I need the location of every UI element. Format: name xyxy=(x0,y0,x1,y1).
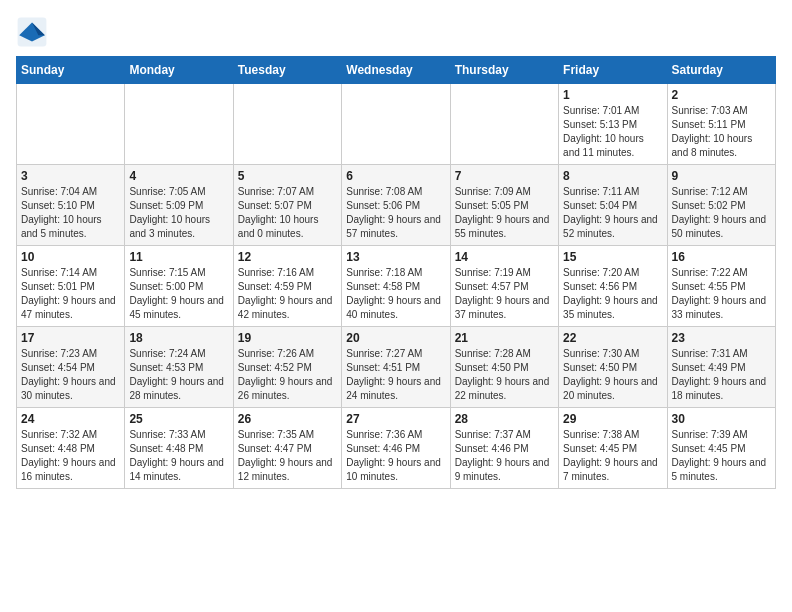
day-number: 2 xyxy=(672,88,771,102)
week-row-1: 1Sunrise: 7:01 AM Sunset: 5:13 PM Daylig… xyxy=(17,84,776,165)
day-info: Sunrise: 7:30 AM Sunset: 4:50 PM Dayligh… xyxy=(563,347,662,403)
week-row-2: 3Sunrise: 7:04 AM Sunset: 5:10 PM Daylig… xyxy=(17,165,776,246)
day-number: 28 xyxy=(455,412,554,426)
day-number: 23 xyxy=(672,331,771,345)
day-info: Sunrise: 7:31 AM Sunset: 4:49 PM Dayligh… xyxy=(672,347,771,403)
day-cell: 5Sunrise: 7:07 AM Sunset: 5:07 PM Daylig… xyxy=(233,165,341,246)
day-cell: 30Sunrise: 7:39 AM Sunset: 4:45 PM Dayli… xyxy=(667,408,775,489)
day-number: 27 xyxy=(346,412,445,426)
day-info: Sunrise: 7:15 AM Sunset: 5:00 PM Dayligh… xyxy=(129,266,228,322)
day-number: 12 xyxy=(238,250,337,264)
day-number: 6 xyxy=(346,169,445,183)
week-row-3: 10Sunrise: 7:14 AM Sunset: 5:01 PM Dayli… xyxy=(17,246,776,327)
day-number: 8 xyxy=(563,169,662,183)
day-number: 10 xyxy=(21,250,120,264)
day-info: Sunrise: 7:11 AM Sunset: 5:04 PM Dayligh… xyxy=(563,185,662,241)
day-info: Sunrise: 7:05 AM Sunset: 5:09 PM Dayligh… xyxy=(129,185,228,241)
day-number: 25 xyxy=(129,412,228,426)
day-info: Sunrise: 7:19 AM Sunset: 4:57 PM Dayligh… xyxy=(455,266,554,322)
day-cell: 3Sunrise: 7:04 AM Sunset: 5:10 PM Daylig… xyxy=(17,165,125,246)
weekday-tuesday: Tuesday xyxy=(233,57,341,84)
day-cell: 13Sunrise: 7:18 AM Sunset: 4:58 PM Dayli… xyxy=(342,246,450,327)
day-cell xyxy=(342,84,450,165)
day-cell: 19Sunrise: 7:26 AM Sunset: 4:52 PM Dayli… xyxy=(233,327,341,408)
day-cell: 28Sunrise: 7:37 AM Sunset: 4:46 PM Dayli… xyxy=(450,408,558,489)
day-cell: 8Sunrise: 7:11 AM Sunset: 5:04 PM Daylig… xyxy=(559,165,667,246)
day-number: 3 xyxy=(21,169,120,183)
day-cell: 10Sunrise: 7:14 AM Sunset: 5:01 PM Dayli… xyxy=(17,246,125,327)
weekday-header-row: SundayMondayTuesdayWednesdayThursdayFrid… xyxy=(17,57,776,84)
day-number: 1 xyxy=(563,88,662,102)
day-cell: 7Sunrise: 7:09 AM Sunset: 5:05 PM Daylig… xyxy=(450,165,558,246)
day-cell xyxy=(233,84,341,165)
day-info: Sunrise: 7:18 AM Sunset: 4:58 PM Dayligh… xyxy=(346,266,445,322)
day-info: Sunrise: 7:32 AM Sunset: 4:48 PM Dayligh… xyxy=(21,428,120,484)
weekday-monday: Monday xyxy=(125,57,233,84)
day-cell xyxy=(17,84,125,165)
day-number: 21 xyxy=(455,331,554,345)
day-info: Sunrise: 7:33 AM Sunset: 4:48 PM Dayligh… xyxy=(129,428,228,484)
weekday-sunday: Sunday xyxy=(17,57,125,84)
week-row-4: 17Sunrise: 7:23 AM Sunset: 4:54 PM Dayli… xyxy=(17,327,776,408)
day-cell: 21Sunrise: 7:28 AM Sunset: 4:50 PM Dayli… xyxy=(450,327,558,408)
day-number: 26 xyxy=(238,412,337,426)
logo xyxy=(16,16,52,48)
day-cell: 24Sunrise: 7:32 AM Sunset: 4:48 PM Dayli… xyxy=(17,408,125,489)
day-info: Sunrise: 7:39 AM Sunset: 4:45 PM Dayligh… xyxy=(672,428,771,484)
day-number: 11 xyxy=(129,250,228,264)
day-info: Sunrise: 7:12 AM Sunset: 5:02 PM Dayligh… xyxy=(672,185,771,241)
day-number: 24 xyxy=(21,412,120,426)
day-number: 16 xyxy=(672,250,771,264)
day-info: Sunrise: 7:26 AM Sunset: 4:52 PM Dayligh… xyxy=(238,347,337,403)
logo-icon xyxy=(16,16,48,48)
weekday-thursday: Thursday xyxy=(450,57,558,84)
day-info: Sunrise: 7:28 AM Sunset: 4:50 PM Dayligh… xyxy=(455,347,554,403)
page-header xyxy=(16,16,776,48)
day-cell: 17Sunrise: 7:23 AM Sunset: 4:54 PM Dayli… xyxy=(17,327,125,408)
day-info: Sunrise: 7:22 AM Sunset: 4:55 PM Dayligh… xyxy=(672,266,771,322)
day-number: 19 xyxy=(238,331,337,345)
day-info: Sunrise: 7:27 AM Sunset: 4:51 PM Dayligh… xyxy=(346,347,445,403)
day-cell: 16Sunrise: 7:22 AM Sunset: 4:55 PM Dayli… xyxy=(667,246,775,327)
day-number: 30 xyxy=(672,412,771,426)
day-cell: 25Sunrise: 7:33 AM Sunset: 4:48 PM Dayli… xyxy=(125,408,233,489)
day-cell: 9Sunrise: 7:12 AM Sunset: 5:02 PM Daylig… xyxy=(667,165,775,246)
day-cell: 23Sunrise: 7:31 AM Sunset: 4:49 PM Dayli… xyxy=(667,327,775,408)
day-cell: 15Sunrise: 7:20 AM Sunset: 4:56 PM Dayli… xyxy=(559,246,667,327)
day-cell: 29Sunrise: 7:38 AM Sunset: 4:45 PM Dayli… xyxy=(559,408,667,489)
day-info: Sunrise: 7:01 AM Sunset: 5:13 PM Dayligh… xyxy=(563,104,662,160)
calendar-table: SundayMondayTuesdayWednesdayThursdayFrid… xyxy=(16,56,776,489)
day-cell: 1Sunrise: 7:01 AM Sunset: 5:13 PM Daylig… xyxy=(559,84,667,165)
day-info: Sunrise: 7:24 AM Sunset: 4:53 PM Dayligh… xyxy=(129,347,228,403)
day-info: Sunrise: 7:37 AM Sunset: 4:46 PM Dayligh… xyxy=(455,428,554,484)
day-number: 29 xyxy=(563,412,662,426)
day-cell: 14Sunrise: 7:19 AM Sunset: 4:57 PM Dayli… xyxy=(450,246,558,327)
weekday-wednesday: Wednesday xyxy=(342,57,450,84)
day-number: 13 xyxy=(346,250,445,264)
day-number: 5 xyxy=(238,169,337,183)
day-info: Sunrise: 7:08 AM Sunset: 5:06 PM Dayligh… xyxy=(346,185,445,241)
day-info: Sunrise: 7:38 AM Sunset: 4:45 PM Dayligh… xyxy=(563,428,662,484)
day-number: 15 xyxy=(563,250,662,264)
day-cell: 12Sunrise: 7:16 AM Sunset: 4:59 PM Dayli… xyxy=(233,246,341,327)
day-cell xyxy=(125,84,233,165)
day-cell: 2Sunrise: 7:03 AM Sunset: 5:11 PM Daylig… xyxy=(667,84,775,165)
week-row-5: 24Sunrise: 7:32 AM Sunset: 4:48 PM Dayli… xyxy=(17,408,776,489)
day-number: 7 xyxy=(455,169,554,183)
calendar-body: 1Sunrise: 7:01 AM Sunset: 5:13 PM Daylig… xyxy=(17,84,776,489)
day-number: 14 xyxy=(455,250,554,264)
day-info: Sunrise: 7:35 AM Sunset: 4:47 PM Dayligh… xyxy=(238,428,337,484)
day-number: 4 xyxy=(129,169,228,183)
day-cell xyxy=(450,84,558,165)
day-number: 22 xyxy=(563,331,662,345)
day-number: 20 xyxy=(346,331,445,345)
day-info: Sunrise: 7:07 AM Sunset: 5:07 PM Dayligh… xyxy=(238,185,337,241)
day-info: Sunrise: 7:03 AM Sunset: 5:11 PM Dayligh… xyxy=(672,104,771,160)
day-info: Sunrise: 7:16 AM Sunset: 4:59 PM Dayligh… xyxy=(238,266,337,322)
day-cell: 22Sunrise: 7:30 AM Sunset: 4:50 PM Dayli… xyxy=(559,327,667,408)
day-cell: 27Sunrise: 7:36 AM Sunset: 4:46 PM Dayli… xyxy=(342,408,450,489)
weekday-friday: Friday xyxy=(559,57,667,84)
weekday-saturday: Saturday xyxy=(667,57,775,84)
day-number: 18 xyxy=(129,331,228,345)
day-cell: 6Sunrise: 7:08 AM Sunset: 5:06 PM Daylig… xyxy=(342,165,450,246)
